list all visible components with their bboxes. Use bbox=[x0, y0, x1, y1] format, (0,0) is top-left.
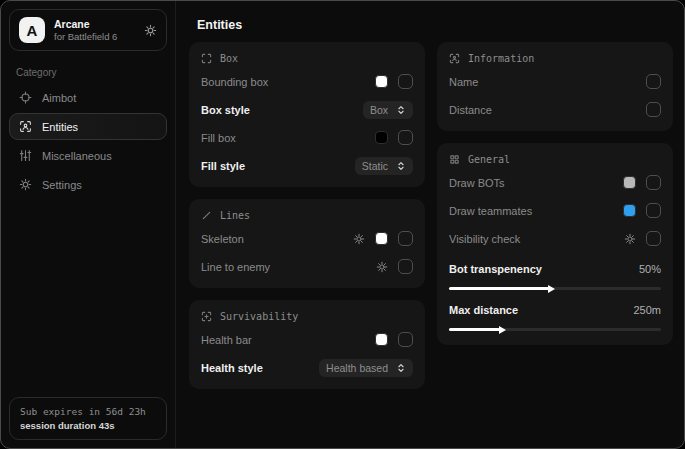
slider-value: 250m bbox=[633, 304, 661, 316]
health-bar-checkbox[interactable] bbox=[398, 332, 413, 347]
row-label: Line to enemy bbox=[201, 261, 270, 273]
box-style-dropdown[interactable]: Box bbox=[363, 101, 413, 119]
survivability-card-header: Survivability bbox=[201, 311, 413, 322]
card-title: Information bbox=[468, 53, 534, 64]
setting-row-bounding-box: Bounding box bbox=[201, 71, 413, 92]
line-to-enemy-checkbox[interactable] bbox=[398, 259, 413, 274]
setting-row-box-style: Box style Box bbox=[201, 99, 413, 120]
gear-icon[interactable] bbox=[144, 24, 157, 37]
color-swatch[interactable] bbox=[623, 176, 636, 189]
row-label: Bot transpenency bbox=[449, 263, 542, 275]
app-logo: A bbox=[19, 17, 45, 43]
slider-fill bbox=[449, 328, 500, 331]
slider-thumb[interactable] bbox=[548, 285, 555, 293]
card-title: General bbox=[468, 154, 510, 165]
dropdown-value: Health based bbox=[326, 362, 388, 374]
left-column: Box Bounding box Box style Box bbox=[189, 42, 425, 389]
color-swatch[interactable] bbox=[375, 75, 388, 88]
sidebar-item-label: Entities bbox=[42, 121, 78, 133]
app-subtitle: for Battlefield 6 bbox=[54, 31, 135, 43]
fill-style-dropdown[interactable]: Static bbox=[355, 157, 413, 175]
setting-row-health-bar: Health bar bbox=[201, 329, 413, 350]
sidebar-item-settings[interactable]: Settings bbox=[9, 171, 167, 198]
row-label: Name bbox=[449, 76, 478, 88]
chevrons-up-down-icon bbox=[396, 161, 406, 171]
draw-bots-checkbox[interactable] bbox=[646, 175, 661, 190]
health-style-dropdown[interactable]: Health based bbox=[319, 359, 413, 377]
setting-row-fill-box: Fill box bbox=[201, 127, 413, 148]
dropdown-value: Static bbox=[362, 160, 388, 172]
sidebar-item-label: Settings bbox=[42, 179, 82, 191]
distance-checkbox[interactable] bbox=[646, 102, 661, 117]
bounding-box-checkbox[interactable] bbox=[398, 74, 413, 89]
right-column: Information Name Distance bbox=[437, 42, 673, 389]
sidebar-item-aimbot[interactable]: Aimbot bbox=[9, 84, 167, 111]
fill-box-checkbox[interactable] bbox=[398, 130, 413, 145]
color-swatch[interactable] bbox=[623, 204, 636, 217]
gear-icon[interactable] bbox=[353, 233, 365, 245]
setting-row-fill-style: Fill style Static bbox=[201, 155, 413, 176]
box-corners-icon bbox=[201, 53, 212, 64]
health-plus-icon bbox=[201, 311, 212, 322]
app-name: Arcane bbox=[54, 18, 135, 31]
row-label: Health style bbox=[201, 362, 263, 374]
row-label: Bounding box bbox=[201, 76, 268, 88]
visibility-check-checkbox[interactable] bbox=[646, 231, 661, 246]
page-title: Entities bbox=[197, 18, 673, 32]
row-label: Fill style bbox=[201, 160, 245, 172]
lines-card: Lines Skeleton bbox=[189, 199, 425, 288]
setting-row-max-distance: Max distance 250m bbox=[449, 299, 661, 320]
row-label: Visibility check bbox=[449, 233, 520, 245]
sidebar: A Arcane for Battlefield 6 Category bbox=[1, 1, 176, 448]
dropdown-value: Box bbox=[370, 104, 388, 116]
setting-row-health-style: Health style Health based bbox=[201, 357, 413, 378]
row-label: Box style bbox=[201, 104, 250, 116]
category-label: Category bbox=[16, 67, 167, 78]
draw-teammates-checkbox[interactable] bbox=[646, 203, 661, 218]
gear-icon[interactable] bbox=[376, 261, 388, 273]
subscription-card: Sub expires in 56d 23h session duration … bbox=[9, 397, 167, 440]
color-swatch[interactable] bbox=[375, 131, 388, 144]
sidebar-item-label: Aimbot bbox=[42, 92, 76, 104]
gear-icon[interactable] bbox=[624, 233, 636, 245]
card-title: Box bbox=[220, 53, 238, 64]
arcane-window: A Arcane for Battlefield 6 Category bbox=[0, 0, 685, 449]
bot-transparency-slider[interactable] bbox=[449, 287, 661, 290]
general-card: General Draw BOTs Draw teammates bbox=[437, 143, 673, 345]
row-label: Draw BOTs bbox=[449, 177, 505, 189]
information-card-header: Information bbox=[449, 53, 661, 64]
survivability-card: Survivability Health bar Health style He… bbox=[189, 300, 425, 389]
card-title: Survivability bbox=[220, 311, 298, 322]
box-card-header: Box bbox=[201, 53, 413, 64]
setting-row-draw-teammates: Draw teammates bbox=[449, 200, 661, 221]
row-label: Draw teammates bbox=[449, 205, 532, 217]
setting-row-draw-bots: Draw BOTs bbox=[449, 172, 661, 193]
person-scan-icon bbox=[19, 120, 32, 133]
sub-expires-text: Sub expires in 56d 23h bbox=[20, 406, 156, 417]
setting-row-skeleton: Skeleton bbox=[201, 228, 413, 249]
gear-icon bbox=[19, 178, 32, 191]
color-swatch[interactable] bbox=[375, 232, 388, 245]
diagonal-line-icon bbox=[201, 210, 212, 221]
color-swatch[interactable] bbox=[375, 333, 388, 346]
sidebar-menu: Aimbot Entities Miscella bbox=[9, 84, 167, 198]
sidebar-item-miscellaneous[interactable]: Miscellaneous bbox=[9, 142, 167, 169]
setting-row-distance: Distance bbox=[449, 99, 661, 120]
max-distance-group: Max distance 250m bbox=[449, 299, 661, 331]
sidebar-item-entities[interactable]: Entities bbox=[9, 113, 167, 140]
session-duration-text: session duration 43s bbox=[20, 420, 156, 431]
slider-thumb[interactable] bbox=[499, 326, 506, 334]
row-label: Max distance bbox=[449, 304, 518, 316]
grid-icon bbox=[449, 154, 460, 165]
setting-row-bot-transparency: Bot transpenency 50% bbox=[449, 258, 661, 279]
sidebar-item-label: Miscellaneous bbox=[42, 150, 112, 162]
max-distance-slider[interactable] bbox=[449, 328, 661, 331]
row-label: Health bar bbox=[201, 334, 252, 346]
crosshair-icon bbox=[19, 91, 32, 104]
name-checkbox[interactable] bbox=[646, 74, 661, 89]
skeleton-checkbox[interactable] bbox=[398, 231, 413, 246]
row-label: Distance bbox=[449, 104, 492, 116]
sliders-icon bbox=[19, 149, 32, 162]
general-card-header: General bbox=[449, 154, 661, 165]
information-card: Information Name Distance bbox=[437, 42, 673, 131]
